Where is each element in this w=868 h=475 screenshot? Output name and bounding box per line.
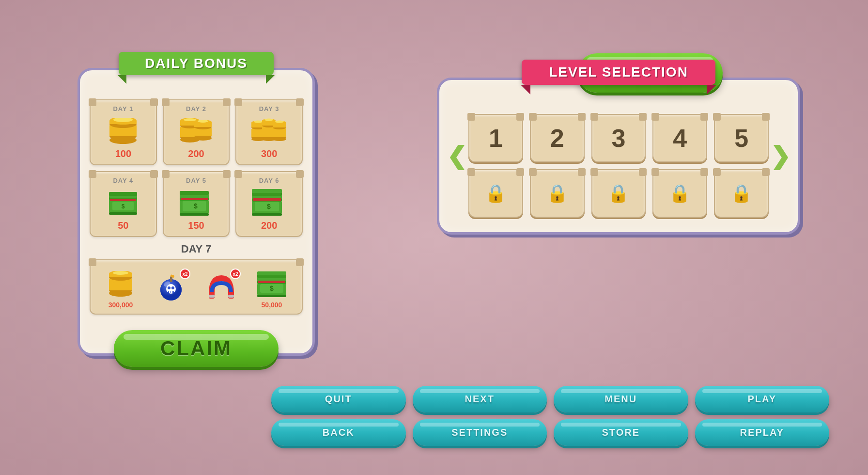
- day-4-value: 50: [94, 220, 152, 231]
- settings-label: SETTINGS: [451, 427, 508, 438]
- svg-rect-93: [209, 295, 215, 298]
- daily-bonus-container: DAILY BONUS DAY 1: [78, 68, 315, 356]
- level-2-button[interactable]: 2: [530, 114, 585, 162]
- day-6-icon: $: [250, 188, 289, 217]
- svg-rect-91: [171, 290, 172, 293]
- svg-point-87: [168, 286, 170, 289]
- svg-rect-68: [252, 189, 282, 193]
- replay-button[interactable]: REPLAY: [695, 419, 830, 446]
- svg-rect-63: [180, 213, 209, 216]
- days-grid: DAY 1 100: [90, 99, 303, 237]
- level-8-button: 🔒: [591, 169, 646, 218]
- day-7-money: $ 50,000: [255, 267, 289, 309]
- svg-rect-60: [181, 198, 208, 200]
- day-6-label: DAY 6: [240, 177, 298, 184]
- svg-rect-100: [257, 271, 286, 275]
- day-7-bomb: x2: [154, 271, 188, 305]
- daily-bonus-title: DAILY BONUS: [145, 56, 248, 71]
- magnet-badge: x2: [230, 269, 241, 279]
- store-button[interactable]: STORE: [554, 419, 688, 446]
- quit-button[interactable]: QUIT: [271, 386, 406, 412]
- level-10-button: 🔒: [714, 169, 769, 218]
- day-7-coins-icon: [104, 267, 138, 301]
- day-1-icon: [104, 116, 142, 145]
- day-3-value: 300: [240, 148, 298, 159]
- nav-left-arrow[interactable]: ❮: [447, 142, 467, 170]
- unlocked-levels-row: 1 2 3 4 5: [468, 114, 769, 162]
- menu-button[interactable]: MENU: [554, 386, 688, 412]
- day-3-cell: DAY 3: [235, 99, 303, 165]
- day-1-cell: DAY 1 100: [90, 99, 157, 165]
- day-7-coins-value: 300,000: [104, 301, 138, 309]
- back-label: BACK: [323, 427, 355, 438]
- claim-button[interactable]: CLAIM: [114, 330, 279, 367]
- svg-rect-90: [169, 290, 170, 293]
- menu-label: MENU: [604, 394, 637, 404]
- level-7-button: 🔒: [530, 169, 585, 218]
- day-5-value: 150: [168, 220, 225, 231]
- svg-rect-101: [258, 281, 285, 283]
- day-5-icon: $: [177, 188, 216, 217]
- day-2-cell: DAY 2: [163, 99, 230, 165]
- back-button[interactable]: BACK: [271, 419, 406, 446]
- svg-point-47: [275, 120, 284, 123]
- day-2-label: DAY 2: [168, 105, 225, 112]
- settings-button[interactable]: SETTINGS: [413, 419, 547, 446]
- level-selection-panel: LEVEL SELECTION ❮ 1 2 3 4 5 🔒 🔒 🔒: [461, 39, 839, 93]
- svg-point-23: [198, 120, 208, 123]
- day-4-label: DAY 4: [94, 177, 152, 184]
- svg-rect-72: [252, 213, 282, 216]
- lock-icon-8: 🔒: [607, 183, 629, 204]
- day-1-label: DAY 1: [94, 105, 152, 112]
- svg-rect-51: [109, 192, 137, 196]
- svg-rect-69: [253, 198, 281, 201]
- svg-rect-52: [110, 199, 136, 201]
- level-1-button[interactable]: 1: [468, 114, 523, 162]
- day-5-cell: DAY 5 $ 150: [163, 171, 230, 237]
- day-6-value: 200: [240, 220, 298, 231]
- locked-levels-row: 🔒 🔒 🔒 🔒 🔒: [468, 169, 769, 218]
- level-5-button[interactable]: 5: [714, 114, 769, 162]
- day-7-cell: 300,000: [90, 259, 303, 315]
- next-label: NEXT: [465, 394, 495, 404]
- day-5-label: DAY 5: [168, 177, 225, 184]
- day-7-magnet-icon: x2: [204, 271, 238, 305]
- lock-icon-9: 🔒: [669, 183, 691, 204]
- replay-label: REPLAY: [740, 427, 784, 438]
- play-button[interactable]: PLAY: [695, 386, 830, 412]
- svg-text:$: $: [121, 203, 124, 210]
- store-label: STORE: [602, 427, 640, 438]
- bomb-badge: x2: [180, 269, 190, 279]
- svg-point-88: [171, 286, 174, 289]
- svg-text:$: $: [194, 202, 198, 210]
- day-2-value: 200: [168, 148, 225, 159]
- day-3-icon: [250, 116, 289, 145]
- svg-rect-104: [257, 295, 286, 297]
- level-selection-ribbon: LEVEL SELECTION: [522, 60, 715, 85]
- level-6-button: 🔒: [468, 169, 523, 218]
- svg-point-39: [264, 118, 273, 121]
- svg-rect-55: [109, 212, 137, 215]
- level-panel-container: LEVEL SELECTION ❮ 1 2 3 4 5 🔒 🔒 🔒: [437, 78, 800, 235]
- play-label: PLAY: [747, 394, 776, 404]
- level-3-button[interactable]: 3: [591, 114, 646, 162]
- day-4-icon: $: [104, 188, 142, 217]
- day-7-bomb-icon: x2: [154, 271, 188, 305]
- nav-right-arrow[interactable]: ❯: [770, 142, 790, 170]
- svg-point-31: [254, 120, 263, 123]
- lock-icon-7: 🔒: [546, 183, 568, 204]
- level-4-button[interactable]: 4: [652, 114, 707, 162]
- day-7-label: DAY 7: [90, 243, 303, 255]
- svg-point-80: [113, 271, 128, 275]
- day-7-section: DAY 7: [90, 243, 303, 315]
- svg-rect-59: [180, 191, 209, 195]
- svg-point-15: [184, 118, 196, 121]
- svg-text:$: $: [270, 285, 274, 292]
- day-2-icon: [177, 116, 216, 145]
- next-button[interactable]: NEXT: [413, 386, 547, 412]
- svg-rect-95: [228, 295, 234, 298]
- day-7-money-value: 50,000: [255, 301, 289, 309]
- day-6-cell: DAY 6 $ 200: [235, 171, 303, 237]
- quit-label: QUIT: [325, 394, 352, 404]
- level-9-button: 🔒: [652, 169, 707, 218]
